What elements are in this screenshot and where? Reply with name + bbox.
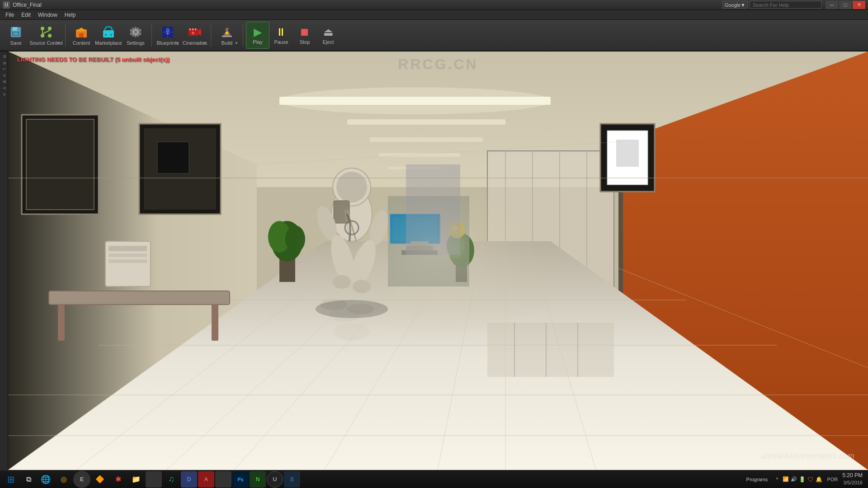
cinematics-button[interactable]: Cinematics ▼ [182,22,208,49]
left-tab-l[interactable]: L [0,66,8,72]
source-control-button[interactable]: Source Control ▼ [30,22,62,49]
left-tab-r[interactable]: R [0,53,8,60]
svg-rect-26 [195,28,196,30]
svg-rect-71 [108,246,147,251]
svg-rect-72 [108,253,147,257]
systray-network[interactable]: 📶 [783,476,789,482]
marketplace-icon [101,25,116,39]
systray-shield[interactable]: 🛡 [807,476,814,483]
svg-rect-1 [13,27,17,31]
taskbar-epic[interactable]: E [73,471,90,488]
svg-rect-3 [14,33,18,35]
start-button[interactable]: ⊞ [2,471,20,488]
taskbar-app9[interactable]: D [181,471,197,488]
taskbar-app5[interactable]: ✱ [109,471,127,488]
taskbar-app7[interactable] [146,471,162,488]
separator-3 [211,24,211,47]
svg-point-7 [48,34,52,38]
show-hidden-icons[interactable]: ^ [774,477,780,482]
svg-point-57 [279,87,551,114]
title-text: Office_Final [13,2,722,8]
systray-notification[interactable]: 🔔 [816,476,822,483]
stop-button[interactable]: ⏹ Stop [293,22,316,49]
task-view-button[interactable]: ⧉ [20,471,37,488]
eject-button[interactable]: ⏏ Eject [316,22,340,49]
build-button[interactable]: Build ▼ [214,22,240,49]
svg-rect-11 [103,30,114,38]
minimize-button[interactable]: ─ [826,1,838,9]
systray-volume[interactable]: 🔊 [791,476,797,482]
build-label: Build [222,40,232,46]
left-tab-b[interactable]: B [0,60,8,66]
scene-svg [8,52,868,470]
viewport[interactable]: LIGHTING NEEDS TO BE REBUILT (5 unbuilt … [8,52,868,470]
svg-rect-69 [616,140,639,167]
svg-rect-75 [58,305,65,341]
taskbar-ue4[interactable]: U [267,471,283,488]
left-tab-a[interactable]: A [0,91,8,98]
taskbar-clock[interactable]: 5:20 PM 3/5/2016 [842,472,863,486]
menu-help[interactable]: Help [61,11,80,19]
left-tab-b2[interactable]: B [0,79,8,85]
play-label: Play [253,39,262,45]
svg-point-117 [316,300,388,318]
svg-rect-73 [108,259,147,263]
systray-power[interactable]: 🔋 [799,476,806,483]
taskbar-programs-label: Programs [746,477,768,482]
svg-rect-59 [370,137,483,142]
source-control-arrow: ▼ [57,41,61,45]
save-button[interactable]: Save [3,22,29,49]
source-control-icon [39,25,53,39]
play-controls: ▶ Play ⏸ Pause ⏹ Stop ⏏ Eject [246,22,340,49]
marketplace-label: Marketplace [95,40,122,46]
taskbar-time: 5:20 PM [842,472,863,479]
app-icon: U [3,1,10,9]
content-button[interactable]: Content [68,22,94,49]
window-controls: ─ □ ✕ [826,1,865,9]
taskbar-app15[interactable]: S [284,471,300,488]
pause-label: Pause [274,39,288,45]
left-panel: R B L V B V A [0,52,8,470]
svg-point-5 [48,27,52,30]
svg-rect-76 [212,305,218,341]
blueprints-button[interactable]: Blueprints ▼ [155,22,181,49]
taskbar-app10[interactable]: A [198,471,214,488]
help-search-input[interactable] [750,1,822,9]
google-dropdown[interactable]: Google▼ [722,1,748,9]
taskbar-app13[interactable]: N [250,471,266,488]
systray-icons: 📶 🔊 🔋 🛡 🔔 [783,476,822,483]
left-tab-v2[interactable]: V [0,85,8,91]
settings-button[interactable]: Settings [123,22,149,49]
menu-edit[interactable]: Edit [18,11,34,19]
taskbar-spotify[interactable]: ♫ [163,471,180,488]
marketplace-button[interactable]: Marketplace [95,22,122,49]
pause-button[interactable]: ⏸ Pause [269,22,293,49]
play-button[interactable]: ▶ Play [246,22,269,49]
maximize-button[interactable]: □ [839,1,852,9]
language-indicator[interactable]: POR [825,477,840,482]
taskbar-vlc[interactable]: 🔶 [91,471,108,488]
svg-rect-24 [189,28,191,30]
cinematics-icon [188,25,202,39]
svg-point-4 [41,27,44,30]
settings-icon [128,25,143,39]
taskbar-chrome[interactable]: ◎ [55,471,72,488]
taskbar-app11[interactable] [215,471,231,488]
pause-icon: ⏸ [276,26,287,38]
taskbar-photoshop[interactable]: Ps [232,471,249,488]
taskbar-explorer[interactable]: 📁 [127,471,145,488]
svg-point-27 [192,32,194,34]
content-icon [74,25,89,39]
menu-window[interactable]: Window [34,11,61,19]
close-button[interactable]: ✕ [853,1,865,9]
content-label: Content [73,40,90,46]
play-icon: ▶ [254,26,262,38]
left-tab-v[interactable]: V [0,72,8,79]
stop-label: Stop [300,39,310,45]
lighting-warning: LIGHTING NEEDS TO BE REBUILT (5 unbuilt … [17,56,170,63]
taskbar-edge[interactable]: 🌐 [37,471,54,488]
separator-1 [65,24,66,47]
rrcg-watermark: RRCG.CN [398,56,478,73]
menu-file[interactable]: File [2,11,18,19]
save-label: Save [10,40,21,46]
